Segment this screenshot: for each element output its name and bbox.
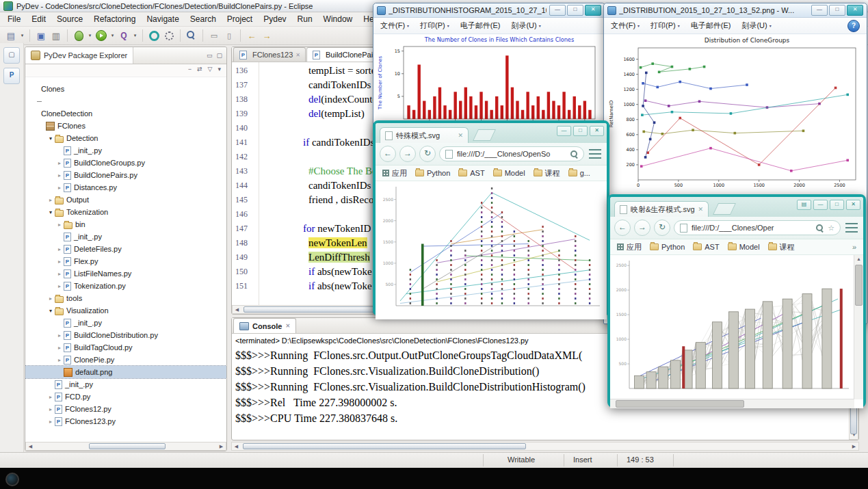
- menu-search[interactable]: Search: [185, 13, 221, 25]
- close-icon[interactable]: ✕: [295, 52, 300, 58]
- tree-item-fcd-py[interactable]: ▸PFCD.py: [25, 391, 226, 403]
- chrome-menu-icon[interactable]: [844, 222, 859, 234]
- run-dropdown[interactable]: [109, 29, 116, 42]
- tree-item-fclones123-py[interactable]: ▸PFClones123.py: [25, 415, 226, 427]
- window-titlebar[interactable]: _DISTRIBUTION_2015_10_27_10_13_52.png - …: [604, 3, 867, 18]
- close-button[interactable]: ✕: [585, 5, 601, 16]
- collapse-all-icon[interactable]: −: [188, 66, 192, 77]
- tree-item-clones[interactable]: Clones: [25, 83, 226, 95]
- tree-item-visualization[interactable]: ▾Visualization: [25, 304, 226, 317]
- bookmark-g[interactable]: g...: [568, 169, 590, 177]
- tree-item-bin[interactable]: ▸bin: [25, 218, 226, 230]
- collapsed-arrow-icon[interactable]: ▸: [56, 357, 63, 363]
- tree-item-default-png[interactable]: default.png: [25, 366, 226, 378]
- tree-item-init-py[interactable]: P_init_.py: [25, 144, 226, 157]
- tree-item-output[interactable]: ▸Output: [25, 194, 226, 206]
- maximize-button[interactable]: □: [829, 5, 845, 16]
- tree-item-buildclonedistribution-py[interactable]: ▸PBuildCloneDistribution.py: [25, 329, 226, 341]
- back-button[interactable]: ←: [614, 220, 631, 236]
- close-button[interactable]: ✕: [847, 5, 863, 16]
- bookmark-ast[interactable]: AST: [693, 243, 719, 251]
- bookmark-python[interactable]: Python: [415, 169, 450, 177]
- scroll-left-icon[interactable]: ◀: [232, 442, 241, 451]
- new-tab-button[interactable]: [713, 203, 736, 215]
- minimize-button[interactable]: —: [549, 5, 566, 16]
- tree-item-clonepie-py[interactable]: ▸PClonePie.py: [25, 354, 226, 366]
- start-orb-icon[interactable]: [5, 473, 19, 486]
- collapsed-arrow-icon[interactable]: ▸: [47, 394, 54, 400]
- collapsed-arrow-icon[interactable]: ▸: [56, 172, 63, 179]
- new-dropdown[interactable]: [19, 29, 25, 42]
- menu-u[interactable]: 刻录(U)▾: [741, 21, 771, 31]
- tree-item-buildclonepairs-py[interactable]: ▸PBuildClonePairs.py: [25, 169, 226, 181]
- tree-item-clonedetection[interactable]: CloneDetection: [25, 107, 226, 120]
- search-icon[interactable]: [570, 150, 578, 158]
- help-button[interactable]: ?: [847, 20, 860, 32]
- save-button[interactable]: [34, 29, 48, 42]
- tree-item-fclones12-py[interactable]: ▸PFClones12.py: [25, 403, 226, 415]
- tree-item-init-py[interactable]: P_init_.py: [25, 378, 226, 391]
- bookmark-model[interactable]: Model: [728, 243, 760, 251]
- menu-f[interactable]: 文件(F)▾: [611, 21, 640, 31]
- debug-dropdown[interactable]: [87, 29, 93, 42]
- menu-run[interactable]: Run: [293, 13, 317, 25]
- scrollbar-thumb[interactable]: [616, 400, 744, 408]
- tree-item-fclones[interactable]: FClones: [25, 120, 226, 132]
- collapsed-arrow-icon[interactable]: ▸: [47, 406, 54, 412]
- print-button[interactable]: [49, 29, 63, 42]
- print-button[interactable]: ▤: [797, 200, 811, 210]
- bookmark-model[interactable]: Model: [493, 169, 525, 177]
- scroll-up-icon[interactable]: ▲: [854, 255, 863, 263]
- coverage-button[interactable]: [147, 29, 161, 42]
- minimize-view-icon[interactable]: ▭: [207, 52, 213, 59]
- menu-pydev[interactable]: Pydev: [259, 13, 291, 25]
- tree-item-listfilenames-py[interactable]: ▸PListFileNames.py: [25, 267, 226, 280]
- package-explorer-tab[interactable]: PyDev Package Explorer: [25, 47, 133, 64]
- address-bar[interactable]: file:///D:/___Clones/OpenSo: [439, 146, 584, 161]
- menu-u[interactable]: 刻录(U)▾: [511, 21, 540, 31]
- pydev-view-icon[interactable]: P: [3, 68, 20, 84]
- bookmark-python[interactable]: Python: [650, 243, 685, 251]
- collapsed-arrow-icon[interactable]: ▸: [47, 295, 54, 302]
- scrollbar-thumb[interactable]: [89, 443, 166, 449]
- scrollbar-thumb[interactable]: [855, 265, 863, 306]
- tree-item-init-py[interactable]: P_init_.py: [25, 317, 226, 329]
- tree-item-distances-py[interactable]: ▸PDistances.py: [25, 181, 226, 194]
- close-tab-icon[interactable]: ✕: [458, 132, 463, 139]
- browser-tab[interactable]: 映射&生存模式.svg ✕: [614, 201, 709, 217]
- forward-button[interactable]: →: [399, 146, 416, 162]
- debug-button[interactable]: [72, 29, 86, 42]
- next-annotation-button[interactable]: [222, 29, 236, 42]
- page-horizontal-scrollbar[interactable]: [610, 399, 854, 408]
- close-icon[interactable]: ✕: [285, 323, 290, 329]
- page-vertical-scrollbar[interactable]: ▲: [854, 255, 863, 399]
- tree-item-init-py[interactable]: P_init_.py: [25, 230, 226, 243]
- menu-f[interactable]: 文件(F)▾: [380, 21, 409, 31]
- minimize-button[interactable]: —: [813, 200, 828, 210]
- scrollbar-thumb[interactable]: [243, 443, 526, 449]
- minimize-button[interactable]: —: [811, 5, 828, 16]
- link-with-editor-icon[interactable]: ⇄: [197, 66, 202, 77]
- bookmark-item[interactable]: 应用: [617, 242, 642, 252]
- last-edit-location-button[interactable]: [207, 29, 221, 42]
- scroll-left-icon[interactable]: ◀: [233, 306, 241, 314]
- restore-view-icon[interactable]: ▢: [3, 47, 20, 64]
- collapsed-arrow-icon[interactable]: ▸: [56, 185, 63, 191]
- collapsed-arrow-icon[interactable]: ▸: [56, 345, 63, 351]
- package-tree-horizontal-scrollbar[interactable]: ◀ ▶: [25, 442, 226, 451]
- bookmark-ast[interactable]: AST: [458, 169, 484, 177]
- collapsed-arrow-icon[interactable]: ▸: [56, 271, 63, 277]
- collapsed-arrow-icon[interactable]: ▸: [47, 419, 54, 425]
- bookmark-item[interactable]: 课程: [534, 168, 560, 179]
- menu-e[interactable]: 电子邮件(E): [460, 21, 501, 31]
- pydev-options-button[interactable]: [162, 29, 176, 42]
- tree-item-tokenization[interactable]: ▾Tokenization: [25, 206, 226, 218]
- menu-navigate[interactable]: Navigate: [142, 13, 183, 25]
- maximize-button[interactable]: □: [573, 126, 588, 136]
- reload-button[interactable]: ↻: [419, 146, 436, 162]
- collapsed-arrow-icon[interactable]: ▸: [56, 222, 63, 228]
- tree-item-detection[interactable]: ▾Detection: [25, 132, 226, 144]
- view-menu-icon[interactable]: ▾: [218, 66, 221, 77]
- collapsed-arrow-icon[interactable]: ▸: [56, 160, 63, 166]
- menu-project[interactable]: Project: [222, 13, 257, 25]
